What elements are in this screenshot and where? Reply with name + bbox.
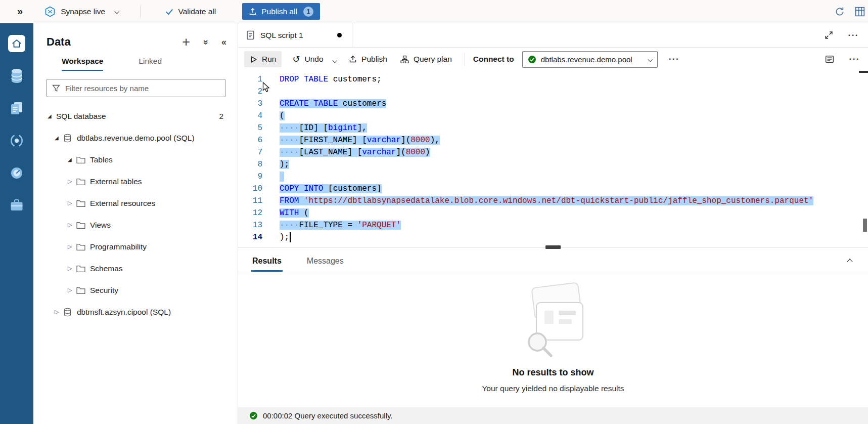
tab-workspace[interactable]: Workspace	[62, 57, 103, 71]
chevron-down-icon	[648, 57, 653, 61]
publish-button[interactable]: Publish	[343, 51, 393, 67]
line-number: 10	[238, 183, 262, 195]
tree-item-programmability[interactable]: ▷Programmability	[33, 236, 238, 258]
chevron-down-icon	[115, 9, 119, 14]
collapse-panel-icon[interactable]: «	[221, 37, 226, 48]
monitor-gauge-icon	[10, 166, 24, 180]
line-number: 4	[238, 110, 262, 122]
folder-icon	[76, 265, 90, 272]
expand-editor-icon[interactable]	[825, 31, 833, 39]
properties-icon[interactable]	[825, 55, 834, 64]
no-results-illustration	[515, 281, 591, 362]
mode-label: Synapse live	[61, 7, 105, 16]
home-icon	[8, 35, 25, 52]
toolbar-more-icon[interactable]: ···	[669, 54, 679, 64]
refresh-icon[interactable]	[835, 7, 845, 17]
table-icon[interactable]	[855, 7, 865, 17]
collapsed-arrow-icon[interactable]: ▷	[68, 287, 76, 293]
data-panel-tabs: Workspace Linked	[33, 57, 238, 71]
undo-button[interactable]: ↺ Undo	[287, 51, 329, 67]
code-line-10: COPY INTO [customers]	[280, 183, 813, 195]
editor-toolbar: Run ↺ Undo Publish Query plan Connect to	[238, 48, 868, 71]
tab-linked[interactable]: Linked	[139, 57, 162, 71]
collapsed-arrow-icon[interactable]: ▷	[55, 309, 63, 315]
tree-item-label: dbtlabs.revenue.demo.pool (SQL)	[77, 134, 195, 143]
collapsed-arrow-icon[interactable]: ▷	[68, 178, 76, 185]
line-number: 2	[238, 86, 262, 98]
line-number: 7	[238, 146, 262, 158]
query-status-bar: 00:00:02 Query executed successfully.	[238, 407, 868, 424]
expand-all-icon[interactable]: »	[200, 39, 211, 45]
upload-icon	[249, 8, 257, 16]
collapsed-arrow-icon[interactable]: ▷	[68, 222, 76, 228]
tree-item-dbtlabs-revenue-demo-pool-sql[interactable]: ◢dbtlabs.revenue.demo.pool (SQL)	[33, 127, 238, 149]
publish-all-button[interactable]: Publish all 1	[242, 3, 320, 20]
success-icon	[249, 411, 258, 420]
folder-icon	[76, 199, 90, 207]
line-number: 5	[238, 122, 262, 134]
tree-item-external-resources[interactable]: ▷External resources	[33, 192, 238, 214]
add-resource-button[interactable]: +	[182, 37, 190, 47]
tree-item-tables[interactable]: ◢Tables	[33, 149, 238, 171]
sidebar-item-develop[interactable]	[5, 92, 29, 124]
tree-item-label: SQL database	[56, 112, 106, 121]
code-line-9	[280, 171, 813, 183]
run-options-chevron-icon[interactable]	[329, 51, 341, 67]
tree-item-label: Tables	[90, 155, 113, 164]
scrollbar-thumb[interactable]	[863, 219, 867, 232]
toolbar-right-more-icon[interactable]: ···	[849, 54, 860, 64]
line-number: 8	[238, 158, 262, 171]
data-explorer-panel: Data + » « Workspace Linked ◢SQL databas…	[33, 23, 238, 424]
filter-box	[47, 79, 225, 97]
code-line-2	[280, 86, 813, 98]
code-line-7: ····[LAST_NAME] [varchar](8000)	[280, 146, 813, 158]
tab-more-icon[interactable]: ···	[848, 30, 859, 40]
develop-icon	[10, 101, 23, 115]
tree-item-sql-database[interactable]: ◢SQL database2	[33, 105, 238, 127]
expand-nav-icon[interactable]: »	[17, 6, 22, 17]
collapsed-arrow-icon[interactable]: ▷	[68, 243, 76, 250]
publish-count-badge: 1	[303, 7, 313, 17]
panel-resize-handle[interactable]	[545, 245, 561, 249]
panel-title: Data	[47, 35, 71, 49]
database-icon	[63, 134, 77, 143]
tree-item-external-tables[interactable]: ▷External tables	[33, 171, 238, 192]
sidebar-item-monitor[interactable]	[5, 157, 29, 189]
sidebar-item-integrate[interactable]	[5, 124, 29, 157]
validate-all-button[interactable]: Validate all	[165, 7, 216, 16]
tree-item-dbtmsft-azsyn-cipool-sql[interactable]: ▷dbtmsft.azsyn.cipool (SQL)	[33, 301, 238, 323]
tree-item-views[interactable]: ▷Views	[33, 214, 238, 236]
code-editor[interactable]: 1234567891011121314 DROP TABLE customers…	[238, 71, 868, 247]
expanded-arrow-icon[interactable]: ◢	[68, 157, 76, 162]
line-number: 3	[238, 98, 262, 110]
query-plan-button[interactable]: Query plan	[395, 51, 458, 67]
code-line-12: WITH (	[280, 207, 813, 219]
code-line-8: );	[280, 158, 813, 171]
line-number: 12	[238, 207, 262, 219]
tree-item-security[interactable]: ▷Security	[33, 279, 238, 301]
sql-script-tab[interactable]: SQL script 1	[238, 23, 352, 47]
tab-results[interactable]: Results	[251, 257, 283, 272]
code-line-1: DROP TABLE customers;	[280, 73, 813, 86]
collapse-results-icon[interactable]	[848, 257, 852, 266]
collapsed-arrow-icon[interactable]: ▷	[68, 200, 76, 206]
code-content[interactable]: DROP TABLE customers;CREATE TABLE custom…	[280, 73, 813, 247]
expanded-arrow-icon[interactable]: ◢	[55, 135, 63, 141]
sidebar-item-manage[interactable]	[5, 189, 29, 222]
tab-messages[interactable]: Messages	[306, 257, 345, 272]
sidebar-item-data[interactable]	[5, 60, 29, 92]
folder-icon	[76, 221, 90, 229]
play-icon	[250, 56, 257, 63]
run-button[interactable]: Run	[244, 51, 282, 67]
sidebar-item-home[interactable]	[5, 27, 29, 60]
tree-item-schemas[interactable]: ▷Schemas	[33, 258, 238, 279]
collapsed-arrow-icon[interactable]: ▷	[68, 265, 76, 272]
expanded-arrow-icon[interactable]: ◢	[48, 113, 56, 119]
line-number: 14	[238, 231, 262, 243]
integrate-icon	[10, 134, 24, 148]
synapse-live-dropdown[interactable]: Synapse live	[44, 6, 118, 17]
publish-all-label: Publish all	[261, 7, 297, 16]
pool-selector-dropdown[interactable]: dbtlabs.revenue.demo.pool	[522, 51, 658, 68]
main-content: SQL script 1 ··· Run ↺ Undo Publish	[238, 23, 868, 424]
filter-input[interactable]	[65, 84, 220, 93]
